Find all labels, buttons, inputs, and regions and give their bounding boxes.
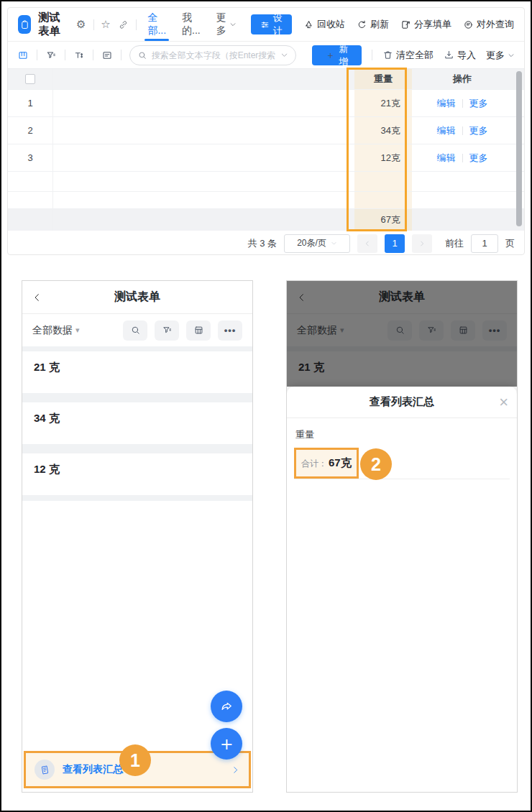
- summary-total-row: 合计： 67克: [294, 448, 510, 479]
- filter-button[interactable]: [155, 320, 179, 341]
- edit-link[interactable]: 编辑: [437, 152, 456, 165]
- current-page-button[interactable]: 1: [385, 234, 405, 253]
- back-icon[interactable]: [32, 292, 42, 303]
- summary-button[interactable]: [186, 320, 211, 341]
- gear-icon[interactable]: ⚙: [76, 18, 86, 31]
- clipboard-icon: [19, 19, 30, 30]
- goto-label: 前往: [445, 237, 464, 250]
- weight-cell: 34克: [354, 117, 412, 144]
- refresh-button[interactable]: 刷新: [357, 18, 389, 31]
- titlebar-actions: 回收站 刷新 分享填单 对外查询: [303, 18, 514, 31]
- search-input[interactable]: [152, 50, 276, 60]
- mobile-list-panel: 测试表单 全部数据▾ ••• 21 克 34 克 12 克 ＋ 查看列表汇总 1: [22, 280, 253, 793]
- tab-all-data[interactable]: 全部...: [147, 8, 166, 41]
- mobile-page-title: 测试表单: [114, 290, 160, 305]
- select-all-checkbox[interactable]: [25, 74, 35, 84]
- plus-icon: ＋: [326, 49, 335, 62]
- chevron-down-icon: [229, 21, 237, 28]
- refresh-icon: [357, 19, 367, 30]
- divider: [93, 19, 94, 30]
- board-view-icon[interactable]: [17, 50, 29, 61]
- mobile-modal-panel: 测试表单 全部数据▾ ••• 21 克 查看列表汇总 × 重量 合计： 67克 …: [286, 280, 518, 793]
- import-button[interactable]: 导入: [444, 49, 476, 62]
- vertical-scrollbar[interactable]: [516, 71, 522, 226]
- mobile-header: 测试表单: [22, 281, 252, 314]
- row-number: 3: [8, 144, 52, 171]
- caret-down-icon: ▾: [75, 326, 80, 335]
- annotation-highlight-total: 合计： 67克: [294, 448, 359, 479]
- chevron-down-icon: [331, 240, 337, 246]
- share-fab-button[interactable]: [211, 691, 242, 722]
- edit-link[interactable]: 编辑: [437, 97, 456, 110]
- table-header-row: 重量 操作: [8, 68, 524, 90]
- tab-more[interactable]: 更多: [216, 8, 237, 41]
- list-item[interactable]: 34 克: [22, 402, 252, 444]
- link-icon[interactable]: [118, 19, 129, 30]
- titlebar: 测试表单 ⚙ ☆ 全部... 我的... 更多 设计 回收站 刷新: [8, 8, 524, 41]
- prev-page-button[interactable]: [357, 234, 377, 253]
- star-icon[interactable]: ☆: [101, 18, 110, 31]
- total-label: 合计：: [301, 458, 327, 470]
- mobile-filter-row: 全部数据▾ •••: [22, 314, 252, 346]
- clear-all-button[interactable]: 清空全部: [382, 49, 434, 62]
- sliders-icon: [260, 20, 270, 29]
- chevron-right-icon: [231, 765, 240, 775]
- annotation-step-1: 1: [119, 744, 151, 776]
- summary-total-cell: 67克: [354, 209, 412, 231]
- desktop-panel: 测试表单 ⚙ ☆ 全部... 我的... 更多 设计 回收站 刷新: [7, 7, 525, 255]
- recycle-bin-button[interactable]: 回收站: [303, 18, 345, 31]
- chevron-down-icon: [508, 52, 515, 59]
- more-link[interactable]: 更多: [469, 124, 488, 137]
- edit-link[interactable]: 编辑: [437, 124, 456, 137]
- text-size-icon[interactable]: [73, 50, 85, 61]
- card-view-icon[interactable]: [101, 50, 113, 61]
- design-button[interactable]: 设计: [251, 14, 292, 34]
- more-link[interactable]: 更多: [469, 97, 488, 110]
- search-button[interactable]: [123, 320, 147, 341]
- share-arrow-icon: [219, 699, 234, 714]
- list-item[interactable]: 12 克: [22, 453, 252, 495]
- list-gap: [22, 346, 252, 351]
- receipt-icon: [40, 765, 50, 775]
- toolbar-right: ＋ 新增 清空全部 导入 更多: [312, 45, 515, 65]
- data-table: 重量 操作 1 21克 编辑 更多 2 34克 编辑 更多: [8, 68, 524, 231]
- column-header-ops: 操作: [412, 69, 513, 89]
- page-size-select[interactable]: 20条/页: [284, 234, 350, 253]
- form-title: 测试表单: [38, 11, 69, 38]
- more-button[interactable]: •••: [218, 320, 242, 341]
- more-link[interactable]: 更多: [469, 152, 488, 165]
- share-doc-icon: [400, 19, 411, 30]
- total-value: 67克: [329, 456, 352, 470]
- table-row[interactable]: 3 12克 编辑 更多: [8, 144, 524, 172]
- search-box[interactable]: [129, 45, 296, 65]
- external-query-icon: [463, 19, 474, 30]
- view-tabs: 全部... 我的... 更多: [147, 8, 236, 41]
- table-row[interactable]: 1 21克 编辑 更多: [8, 90, 524, 117]
- list-item[interactable]: 21 克: [22, 351, 252, 393]
- table-row[interactable]: 2 34克 编辑 更多: [8, 117, 524, 144]
- modal-overlay[interactable]: [287, 281, 517, 387]
- next-page-button[interactable]: [412, 234, 432, 253]
- goto-page-input[interactable]: [471, 234, 498, 253]
- add-fab-button[interactable]: ＋: [211, 728, 242, 760]
- table-row-empty: [8, 192, 524, 209]
- row-number: 1: [8, 90, 52, 116]
- filter-icon[interactable]: [45, 50, 57, 61]
- column-header-weight[interactable]: 重量: [354, 69, 412, 89]
- summary-row: 67克: [8, 209, 524, 231]
- data-filter-dropdown[interactable]: 全部数据▾: [32, 324, 80, 337]
- close-icon[interactable]: ×: [499, 395, 508, 410]
- trash-icon: [382, 50, 393, 60]
- add-record-button[interactable]: ＋ 新增: [312, 45, 362, 65]
- divider: [136, 19, 137, 30]
- tab-my-data[interactable]: 我的...: [182, 8, 201, 41]
- search-icon: [137, 50, 147, 60]
- external-query-button[interactable]: 对外查询: [463, 18, 514, 31]
- share-form-button[interactable]: 分享填单: [400, 18, 451, 31]
- recycle-icon: [303, 19, 314, 30]
- chevron-down-icon[interactable]: [280, 51, 288, 59]
- summary-bar-label: 查看列表汇总: [63, 763, 123, 776]
- total-count: 共 3 条: [248, 237, 277, 250]
- list-gap: [22, 444, 252, 453]
- toolbar-more-button[interactable]: 更多: [486, 49, 515, 62]
